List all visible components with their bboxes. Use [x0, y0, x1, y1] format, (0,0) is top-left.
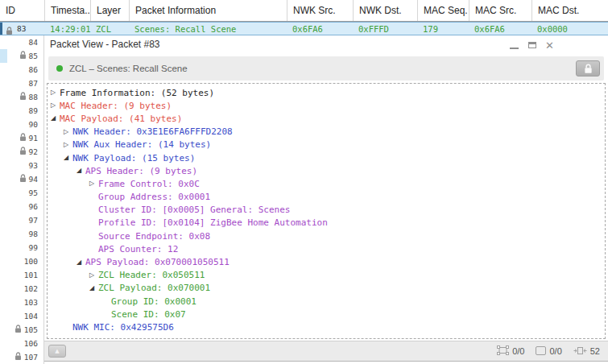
row-id-label: 98: [29, 230, 38, 238]
collapsed-arrow-icon[interactable]: ▷: [51, 102, 60, 109]
collapsed-arrow-icon[interactable]: ▷: [64, 142, 72, 148]
expanded-arrow-icon[interactable]: ◢: [77, 259, 85, 266]
column-header-nwk-src[interactable]: NWK Src.: [287, 0, 353, 21]
close-button[interactable]: ✕: [544, 39, 555, 51]
column-header-timesta[interactable]: Timesta...: [44, 0, 90, 21]
tree-node-group-address[interactable]: Group Address: 0x0001: [89, 191, 605, 204]
tree-node-cluster-id[interactable]: Cluster ID: [0x0005] General: Scenes: [89, 204, 605, 217]
collapsed-arrow-icon[interactable]: ▷: [89, 272, 98, 279]
packet-row-id-107[interactable]: 107: [0, 350, 43, 364]
tree-node-label: Frame Control: 0x0C: [98, 179, 200, 189]
scroll-top-button[interactable]: ▲: [48, 345, 66, 358]
expanded-arrow-icon[interactable]: ◢: [77, 168, 85, 174]
packet-row-id-87[interactable]: 87: [0, 77, 43, 90]
expanded-arrow-icon[interactable]: ◢: [89, 285, 98, 292]
selection-indicator-bar: [0, 23, 2, 35]
tree-node-aps-header[interactable]: ◢APS Header: (9 bytes): [77, 164, 605, 177]
packet-row-id-90[interactable]: 90: [0, 118, 43, 131]
minimize-icon: [510, 48, 519, 49]
tree-node-mac-payload[interactable]: ◢MAC Payload: (41 bytes): [51, 112, 605, 125]
collapsed-arrow-icon[interactable]: ▷: [89, 180, 98, 187]
packet-row-selected[interactable]: 8314:29:01ZCLScenes: Recall Scene0x6FA60…: [0, 22, 608, 35]
packet-row-id-106[interactable]: 106: [0, 337, 43, 350]
tree-node-aps-counter[interactable]: APS Counter: 12: [89, 242, 605, 255]
packet-row-id-91[interactable]: 91: [0, 131, 43, 145]
packet-detail-tree: ▷Frame Information: (52 bytes)▷MAC Heade…: [47, 83, 606, 339]
column-header-mac-dst[interactable]: MAC Dst.: [531, 0, 608, 21]
tree-node-mac-header[interactable]: ▷MAC Header: (9 bytes): [51, 99, 605, 112]
expanded-arrow-icon[interactable]: ◢: [64, 155, 72, 161]
packet-row-id-97[interactable]: 97: [0, 213, 43, 227]
tree-node-frame-control[interactable]: ▷Frame Control: 0x0C: [89, 177, 605, 190]
column-header-packet-information[interactable]: Packet Information: [129, 0, 287, 21]
column-header-nwk-dst[interactable]: NWK Dst.: [353, 0, 417, 21]
column-header-label: MAC Seq.: [424, 5, 468, 16]
row-id-label: 101: [24, 271, 38, 279]
status-value: 52: [590, 346, 600, 356]
tree-node-label: Group ID: 0x0001: [111, 296, 196, 307]
packet-row-id-93[interactable]: 93: [0, 159, 43, 172]
packet-row-id-86[interactable]: 86: [0, 63, 43, 77]
tree-node-label: NWK Header: 0x3E1E6FA6FFFD2208: [72, 126, 233, 137]
column-header-label: NWK Dst.: [359, 5, 402, 16]
tree-node-zcl-payload[interactable]: ◢ZCL Payload: 0x070001: [89, 282, 605, 295]
tree-node-nwk-header[interactable]: ▷NWK Header: 0x3E1E6FA6FFFD2208: [64, 126, 605, 139]
packet-row-id-100[interactable]: 100: [0, 254, 43, 268]
packet-row-id-95[interactable]: 95: [0, 186, 43, 200]
row-id-label: 104: [24, 312, 38, 321]
up-triangle-icon: ▲: [55, 349, 59, 354]
packet-row-id-88[interactable]: 88: [0, 90, 43, 104]
packet-row-id-103[interactable]: 103: [0, 296, 43, 309]
packet-row-id-99[interactable]: 99: [0, 241, 43, 254]
column-header-layer[interactable]: Layer: [90, 0, 129, 21]
tree-node-zcl-header[interactable]: ▷ZCL Header: 0x050511: [89, 269, 605, 282]
tree-node-scene-id[interactable]: Scene ID: 0x07: [102, 308, 605, 321]
maximize-button[interactable]: [527, 39, 537, 51]
packet-row-id-89[interactable]: 89: [0, 104, 43, 118]
packet-row-id-94[interactable]: 94: [0, 172, 43, 186]
lock-packet-button[interactable]: [576, 60, 600, 77]
tree-node-label: Scene ID: 0x07: [111, 309, 186, 320]
tree-node-profile-id[interactable]: Profile ID: [0x0104] ZigBee Home Automat…: [89, 217, 605, 230]
tree-node-nwk-mic[interactable]: NWK MIC: 0x429575D6: [64, 321, 605, 333]
column-header-id[interactable]: ID: [0, 0, 44, 21]
collapsed-arrow-icon[interactable]: ▷: [64, 129, 72, 135]
column-header-mac-src[interactable]: MAC Src.: [469, 0, 531, 21]
tree-node-label: APS Header: (9 bytes): [85, 166, 197, 176]
row-id-label: 90: [29, 120, 38, 129]
lock-icon: [19, 174, 27, 183]
tree-node-group-id[interactable]: Group ID: 0x0001: [102, 295, 605, 308]
footer-status-group: 0/00/052: [497, 341, 600, 361]
tree-node-label: Source Endpoint: 0x08: [98, 231, 210, 242]
packet-table-header: IDTimesta...LayerPacket InformationNWK S…: [0, 0, 608, 22]
tree-node-aps-payload[interactable]: ◢APS Payload: 0x070001050511: [77, 255, 605, 268]
tree-node-label: Profile ID: [0x0104] ZigBee Home Automat…: [98, 217, 328, 228]
packet-row-id-96[interactable]: 96: [0, 200, 43, 213]
tree-node-label: NWK Aux Header: (14 bytes): [72, 139, 211, 150]
packet-row-id-85[interactable]: 85: [0, 49, 43, 63]
tree-node-source-endpoint[interactable]: Source Endpoint: 0x08: [89, 230, 605, 242]
packet-row-id-101[interactable]: 101: [0, 268, 43, 282]
packet-row-id-92[interactable]: 92: [0, 145, 43, 159]
collapsed-arrow-icon[interactable]: ▷: [51, 89, 60, 96]
row-id-label: 105: [24, 325, 38, 334]
column-header-label: MAC Dst.: [538, 5, 579, 16]
minimize-button[interactable]: [509, 39, 519, 51]
packet-row-id-98[interactable]: 98: [0, 227, 43, 241]
packet-row-id-84[interactable]: 84: [0, 35, 43, 49]
packet-row-id-104[interactable]: 104: [0, 309, 43, 323]
close-icon: ✕: [545, 40, 554, 51]
packet-row-id-102[interactable]: 102: [0, 282, 43, 296]
column-header-mac-seq[interactable]: MAC Seq.: [417, 0, 469, 21]
tree-node-frame-information[interactable]: ▷Frame Information: (52 bytes): [51, 86, 605, 99]
tree-node-label: APS Counter: 12: [98, 244, 178, 254]
row-highlight-mark: [0, 49, 7, 63]
expanded-arrow-icon[interactable]: ◢: [51, 115, 60, 122]
packet-row-id-105[interactable]: 105: [0, 323, 43, 337]
row-cell-packet-information: Scenes: Recall Scene: [134, 23, 236, 35]
tree-node-nwk-payload[interactable]: ◢NWK Payload: (15 bytes): [64, 151, 605, 164]
lock-icon: [19, 147, 27, 155]
row-id-label: 94: [29, 175, 38, 184]
status-item-row-width: 52: [573, 346, 600, 357]
tree-node-nwk-aux-header[interactable]: ▷NWK Aux Header: (14 bytes): [64, 139, 605, 151]
